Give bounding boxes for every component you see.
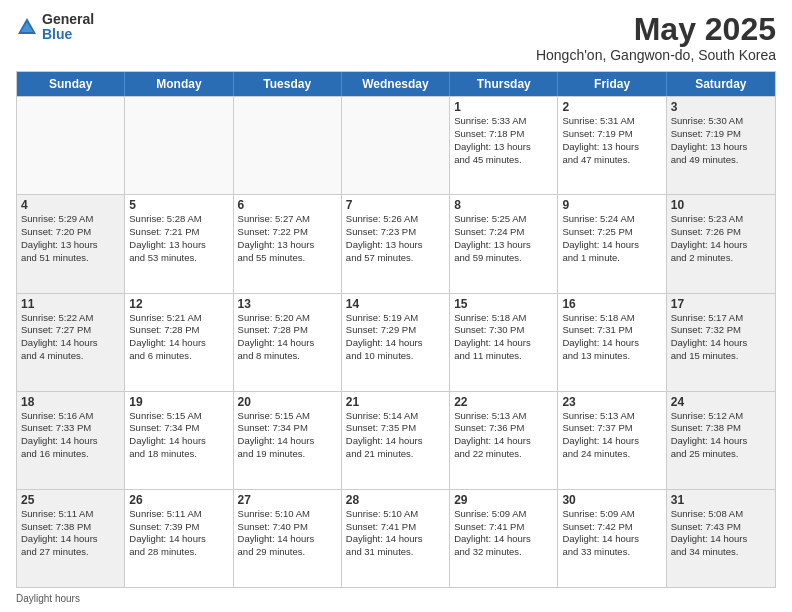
- cal-cell-empty: [234, 97, 342, 194]
- cal-cell-day-7: 7Sunrise: 5:26 AM Sunset: 7:23 PM Daylig…: [342, 195, 450, 292]
- logo-text: General Blue: [42, 12, 94, 43]
- day-info: Sunrise: 5:13 AM Sunset: 7:37 PM Dayligh…: [562, 410, 661, 461]
- day-info: Sunrise: 5:09 AM Sunset: 7:41 PM Dayligh…: [454, 508, 553, 559]
- cal-cell-day-21: 21Sunrise: 5:14 AM Sunset: 7:35 PM Dayli…: [342, 392, 450, 489]
- cal-week-2: 4Sunrise: 5:29 AM Sunset: 7:20 PM Daylig…: [17, 194, 775, 292]
- day-number: 26: [129, 493, 228, 507]
- day-info: Sunrise: 5:09 AM Sunset: 7:42 PM Dayligh…: [562, 508, 661, 559]
- calendar-body: 1Sunrise: 5:33 AM Sunset: 7:18 PM Daylig…: [17, 96, 775, 587]
- day-info: Sunrise: 5:14 AM Sunset: 7:35 PM Dayligh…: [346, 410, 445, 461]
- day-number: 27: [238, 493, 337, 507]
- day-info: Sunrise: 5:08 AM Sunset: 7:43 PM Dayligh…: [671, 508, 771, 559]
- day-info: Sunrise: 5:28 AM Sunset: 7:21 PM Dayligh…: [129, 213, 228, 264]
- cal-cell-day-10: 10Sunrise: 5:23 AM Sunset: 7:26 PM Dayli…: [667, 195, 775, 292]
- day-info: Sunrise: 5:17 AM Sunset: 7:32 PM Dayligh…: [671, 312, 771, 363]
- cal-cell-day-1: 1Sunrise: 5:33 AM Sunset: 7:18 PM Daylig…: [450, 97, 558, 194]
- day-number: 18: [21, 395, 120, 409]
- header: General Blue May 2025 Hongch'on, Gangwon…: [16, 12, 776, 63]
- day-number: 24: [671, 395, 771, 409]
- cal-cell-day-13: 13Sunrise: 5:20 AM Sunset: 7:28 PM Dayli…: [234, 294, 342, 391]
- day-info: Sunrise: 5:10 AM Sunset: 7:40 PM Dayligh…: [238, 508, 337, 559]
- day-number: 14: [346, 297, 445, 311]
- day-info: Sunrise: 5:31 AM Sunset: 7:19 PM Dayligh…: [562, 115, 661, 166]
- cal-cell-day-22: 22Sunrise: 5:13 AM Sunset: 7:36 PM Dayli…: [450, 392, 558, 489]
- cal-cell-day-14: 14Sunrise: 5:19 AM Sunset: 7:29 PM Dayli…: [342, 294, 450, 391]
- cal-week-1: 1Sunrise: 5:33 AM Sunset: 7:18 PM Daylig…: [17, 96, 775, 194]
- cal-cell-day-31: 31Sunrise: 5:08 AM Sunset: 7:43 PM Dayli…: [667, 490, 775, 587]
- day-info: Sunrise: 5:18 AM Sunset: 7:31 PM Dayligh…: [562, 312, 661, 363]
- day-info: Sunrise: 5:24 AM Sunset: 7:25 PM Dayligh…: [562, 213, 661, 264]
- daylight-hours-label: Daylight hours: [16, 593, 80, 604]
- day-number: 30: [562, 493, 661, 507]
- logo-blue-label: Blue: [42, 27, 94, 42]
- day-number: 21: [346, 395, 445, 409]
- day-number: 17: [671, 297, 771, 311]
- cal-cell-empty: [125, 97, 233, 194]
- cal-cell-day-12: 12Sunrise: 5:21 AM Sunset: 7:28 PM Dayli…: [125, 294, 233, 391]
- day-info: Sunrise: 5:29 AM Sunset: 7:20 PM Dayligh…: [21, 213, 120, 264]
- day-info: Sunrise: 5:19 AM Sunset: 7:29 PM Dayligh…: [346, 312, 445, 363]
- cal-cell-day-15: 15Sunrise: 5:18 AM Sunset: 7:30 PM Dayli…: [450, 294, 558, 391]
- day-info: Sunrise: 5:10 AM Sunset: 7:41 PM Dayligh…: [346, 508, 445, 559]
- day-number: 23: [562, 395, 661, 409]
- day-number: 3: [671, 100, 771, 114]
- day-info: Sunrise: 5:23 AM Sunset: 7:26 PM Dayligh…: [671, 213, 771, 264]
- day-number: 31: [671, 493, 771, 507]
- day-info: Sunrise: 5:25 AM Sunset: 7:24 PM Dayligh…: [454, 213, 553, 264]
- title-location: Hongch'on, Gangwon-do, South Korea: [536, 47, 776, 63]
- cal-cell-day-18: 18Sunrise: 5:16 AM Sunset: 7:33 PM Dayli…: [17, 392, 125, 489]
- cal-cell-day-26: 26Sunrise: 5:11 AM Sunset: 7:39 PM Dayli…: [125, 490, 233, 587]
- cal-cell-day-24: 24Sunrise: 5:12 AM Sunset: 7:38 PM Dayli…: [667, 392, 775, 489]
- cal-cell-day-2: 2Sunrise: 5:31 AM Sunset: 7:19 PM Daylig…: [558, 97, 666, 194]
- cal-cell-day-6: 6Sunrise: 5:27 AM Sunset: 7:22 PM Daylig…: [234, 195, 342, 292]
- day-number: 29: [454, 493, 553, 507]
- cal-week-3: 11Sunrise: 5:22 AM Sunset: 7:27 PM Dayli…: [17, 293, 775, 391]
- day-info: Sunrise: 5:27 AM Sunset: 7:22 PM Dayligh…: [238, 213, 337, 264]
- cal-cell-empty: [342, 97, 450, 194]
- day-info: Sunrise: 5:18 AM Sunset: 7:30 PM Dayligh…: [454, 312, 553, 363]
- day-number: 13: [238, 297, 337, 311]
- day-number: 16: [562, 297, 661, 311]
- cal-header-monday: Monday: [125, 72, 233, 96]
- cal-header-thursday: Thursday: [450, 72, 558, 96]
- cal-week-4: 18Sunrise: 5:16 AM Sunset: 7:33 PM Dayli…: [17, 391, 775, 489]
- cal-cell-day-19: 19Sunrise: 5:15 AM Sunset: 7:34 PM Dayli…: [125, 392, 233, 489]
- page: General Blue May 2025 Hongch'on, Gangwon…: [0, 0, 792, 612]
- cal-cell-day-5: 5Sunrise: 5:28 AM Sunset: 7:21 PM Daylig…: [125, 195, 233, 292]
- cal-cell-day-20: 20Sunrise: 5:15 AM Sunset: 7:34 PM Dayli…: [234, 392, 342, 489]
- day-number: 15: [454, 297, 553, 311]
- day-number: 28: [346, 493, 445, 507]
- cal-cell-day-28: 28Sunrise: 5:10 AM Sunset: 7:41 PM Dayli…: [342, 490, 450, 587]
- footer: Daylight hours: [16, 593, 776, 604]
- calendar-header: SundayMondayTuesdayWednesdayThursdayFrid…: [17, 72, 775, 96]
- day-number: 11: [21, 297, 120, 311]
- cal-cell-day-23: 23Sunrise: 5:13 AM Sunset: 7:37 PM Dayli…: [558, 392, 666, 489]
- cal-cell-day-27: 27Sunrise: 5:10 AM Sunset: 7:40 PM Dayli…: [234, 490, 342, 587]
- title-block: May 2025 Hongch'on, Gangwon-do, South Ko…: [536, 12, 776, 63]
- day-number: 2: [562, 100, 661, 114]
- cal-week-5: 25Sunrise: 5:11 AM Sunset: 7:38 PM Dayli…: [17, 489, 775, 587]
- day-number: 20: [238, 395, 337, 409]
- day-info: Sunrise: 5:33 AM Sunset: 7:18 PM Dayligh…: [454, 115, 553, 166]
- logo-general-label: General: [42, 12, 94, 27]
- cal-header-tuesday: Tuesday: [234, 72, 342, 96]
- day-info: Sunrise: 5:22 AM Sunset: 7:27 PM Dayligh…: [21, 312, 120, 363]
- title-month: May 2025: [536, 12, 776, 47]
- day-number: 9: [562, 198, 661, 212]
- day-number: 12: [129, 297, 228, 311]
- day-info: Sunrise: 5:21 AM Sunset: 7:28 PM Dayligh…: [129, 312, 228, 363]
- cal-cell-day-30: 30Sunrise: 5:09 AM Sunset: 7:42 PM Dayli…: [558, 490, 666, 587]
- cal-cell-day-9: 9Sunrise: 5:24 AM Sunset: 7:25 PM Daylig…: [558, 195, 666, 292]
- day-info: Sunrise: 5:20 AM Sunset: 7:28 PM Dayligh…: [238, 312, 337, 363]
- day-number: 22: [454, 395, 553, 409]
- day-number: 25: [21, 493, 120, 507]
- day-info: Sunrise: 5:13 AM Sunset: 7:36 PM Dayligh…: [454, 410, 553, 461]
- day-number: 6: [238, 198, 337, 212]
- day-info: Sunrise: 5:15 AM Sunset: 7:34 PM Dayligh…: [238, 410, 337, 461]
- cal-header-saturday: Saturday: [667, 72, 775, 96]
- cal-header-wednesday: Wednesday: [342, 72, 450, 96]
- day-number: 4: [21, 198, 120, 212]
- day-info: Sunrise: 5:16 AM Sunset: 7:33 PM Dayligh…: [21, 410, 120, 461]
- day-number: 10: [671, 198, 771, 212]
- cal-cell-day-25: 25Sunrise: 5:11 AM Sunset: 7:38 PM Dayli…: [17, 490, 125, 587]
